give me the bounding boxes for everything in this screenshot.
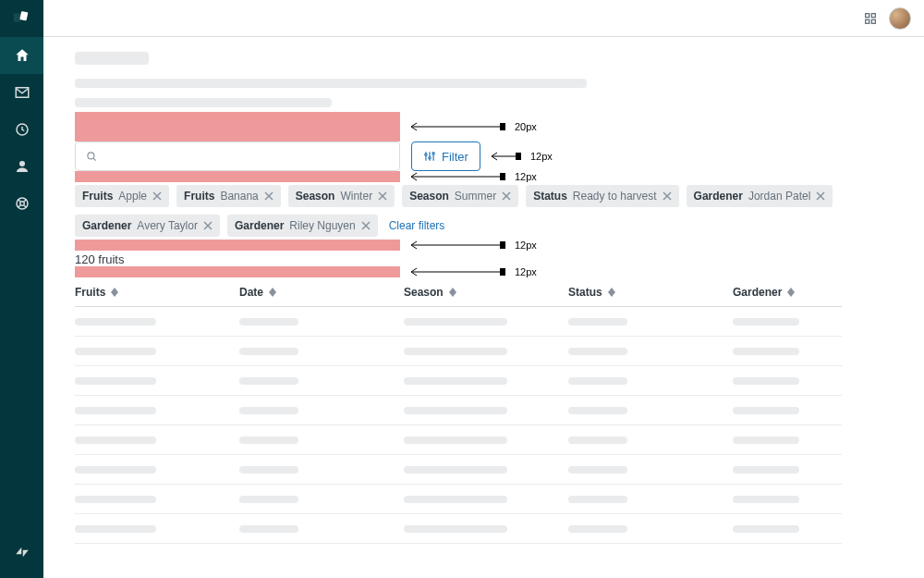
filter-tag[interactable]: StatusReady to harvest bbox=[526, 185, 678, 207]
filter-button-label: Filter bbox=[442, 150, 468, 164]
cell-placeholder bbox=[568, 407, 627, 414]
table-cell bbox=[75, 403, 239, 417]
table-cell bbox=[733, 314, 842, 328]
svg-marker-45 bbox=[111, 292, 118, 297]
svg-rect-9 bbox=[871, 19, 875, 23]
close-icon[interactable] bbox=[361, 221, 371, 230]
table-row[interactable] bbox=[75, 366, 842, 396]
table-cell bbox=[568, 462, 733, 476]
spacing-region bbox=[75, 266, 400, 277]
column-label: Status bbox=[568, 286, 602, 299]
filter-tags: FruitsAppleFruitsBananaSeasonWinterSeaso… bbox=[75, 185, 924, 237]
close-icon[interactable] bbox=[378, 191, 387, 201]
table-cell bbox=[239, 522, 404, 535]
filter-tag[interactable]: FruitsBanana bbox=[176, 185, 281, 207]
column-header[interactable]: Fruits bbox=[75, 286, 239, 299]
table-row[interactable] bbox=[75, 514, 842, 544]
sidebar-item-mail[interactable] bbox=[0, 74, 43, 111]
svg-marker-47 bbox=[269, 292, 276, 297]
cell-placeholder bbox=[404, 407, 507, 414]
svg-line-13 bbox=[93, 158, 96, 161]
search-field[interactable] bbox=[105, 150, 390, 164]
cell-placeholder bbox=[239, 348, 298, 355]
spacing-annotation-icon bbox=[409, 172, 505, 181]
table-cell bbox=[239, 492, 404, 506]
column-header[interactable]: Gardener bbox=[733, 286, 842, 299]
filter-tag[interactable]: SeasonSummer bbox=[402, 185, 518, 207]
filter-tag[interactable]: GardenerAvery Taylor bbox=[75, 215, 220, 237]
close-icon[interactable] bbox=[502, 191, 511, 201]
svg-rect-43 bbox=[500, 268, 505, 276]
column-header[interactable]: Status bbox=[568, 286, 733, 299]
filter-tag-value: Jordan Patel bbox=[748, 190, 810, 203]
sort-icon bbox=[269, 288, 276, 297]
brand-logo[interactable] bbox=[0, 0, 43, 37]
table-row[interactable] bbox=[75, 337, 842, 366]
svg-point-15 bbox=[425, 154, 427, 155]
cell-placeholder bbox=[733, 466, 799, 473]
search-input[interactable] bbox=[75, 141, 400, 171]
svg-marker-49 bbox=[449, 292, 456, 297]
filter-button[interactable]: Filter bbox=[411, 141, 480, 171]
filter-tag-value: Banana bbox=[220, 190, 258, 203]
sidebar-item-home[interactable] bbox=[0, 37, 43, 74]
close-icon[interactable] bbox=[152, 191, 162, 201]
svg-rect-23 bbox=[500, 173, 505, 180]
table-cell bbox=[733, 374, 842, 387]
svg-rect-6 bbox=[866, 13, 869, 17]
filter-tag[interactable]: GardenerRiley Nguyen bbox=[227, 215, 378, 237]
clear-filters-link[interactable]: Clear filters bbox=[385, 219, 449, 232]
filter-tag[interactable]: GardenerJordan Patel bbox=[687, 185, 833, 207]
table-row[interactable] bbox=[75, 485, 842, 514]
sidebar-item-person[interactable] bbox=[0, 148, 43, 185]
column-label: Gardener bbox=[733, 286, 782, 299]
table-row[interactable] bbox=[75, 455, 842, 485]
avatar[interactable] bbox=[889, 7, 911, 30]
column-header[interactable]: Season bbox=[404, 286, 568, 299]
table-cell bbox=[733, 522, 842, 535]
spacing-region bbox=[75, 171, 400, 182]
filter-tag-value: Winter bbox=[340, 190, 372, 203]
svg-rect-0 bbox=[13, 13, 19, 21]
svg-point-17 bbox=[429, 157, 431, 159]
sidebar-item-recent[interactable] bbox=[0, 111, 43, 148]
apps-grid-icon[interactable] bbox=[863, 11, 878, 26]
svg-rect-11 bbox=[500, 123, 505, 130]
spacing-region bbox=[75, 112, 400, 141]
table-cell bbox=[404, 344, 568, 358]
cell-placeholder bbox=[404, 348, 507, 355]
sidebar-item-zendesk[interactable] bbox=[0, 534, 43, 571]
cell-placeholder bbox=[75, 407, 156, 414]
cell-placeholder bbox=[75, 377, 156, 385]
cell-placeholder bbox=[568, 318, 627, 326]
filter-tag[interactable]: FruitsApple bbox=[75, 185, 169, 207]
table-row[interactable] bbox=[75, 396, 842, 425]
close-icon[interactable] bbox=[816, 191, 825, 201]
table-cell bbox=[404, 522, 568, 535]
svg-marker-51 bbox=[608, 292, 615, 297]
spacing-annotation-icon bbox=[490, 152, 521, 161]
sliders-icon bbox=[423, 150, 436, 163]
page-subtitle-placeholder-2 bbox=[75, 96, 924, 110]
table-row[interactable] bbox=[75, 307, 842, 337]
table-cell bbox=[733, 433, 842, 447]
cell-placeholder bbox=[75, 466, 156, 473]
table-row[interactable] bbox=[75, 425, 842, 455]
filter-tag[interactable]: SeasonWinter bbox=[288, 185, 395, 207]
filter-tag-key: Gardener bbox=[694, 190, 743, 203]
cell-placeholder bbox=[733, 318, 799, 326]
sort-icon bbox=[787, 288, 795, 297]
cell-placeholder bbox=[75, 496, 156, 503]
data-table: FruitsDateSeasonStatusGardener bbox=[75, 277, 842, 544]
table-cell bbox=[404, 492, 568, 506]
table-cell bbox=[568, 314, 733, 328]
svg-point-19 bbox=[432, 153, 434, 154]
close-icon[interactable] bbox=[663, 191, 672, 201]
column-header[interactable]: Date bbox=[239, 286, 404, 299]
sidebar-item-support[interactable] bbox=[0, 185, 43, 222]
table-cell bbox=[568, 522, 733, 535]
cell-placeholder bbox=[239, 466, 298, 473]
cell-placeholder bbox=[568, 525, 627, 533]
close-icon[interactable] bbox=[264, 191, 274, 201]
close-icon[interactable] bbox=[203, 221, 213, 230]
